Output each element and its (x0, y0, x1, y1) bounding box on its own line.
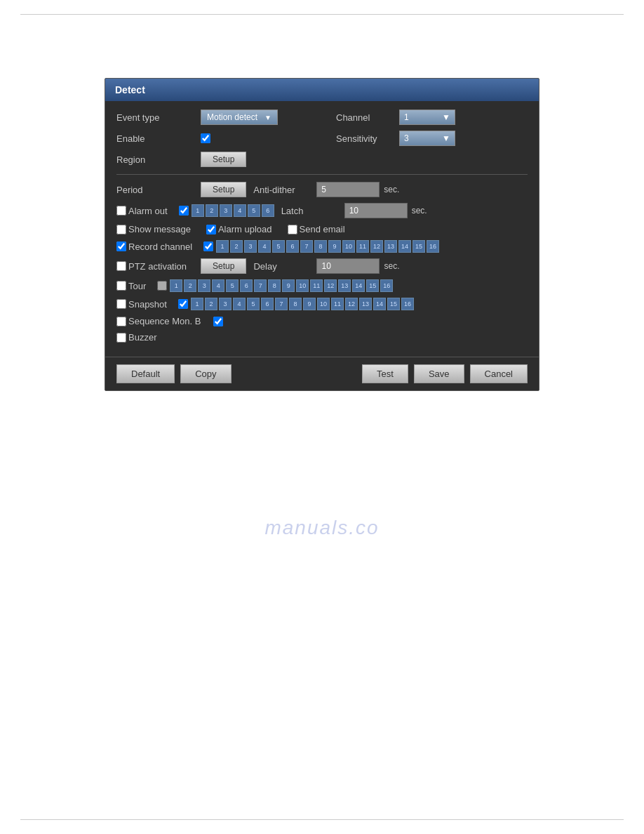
period-label: Period (116, 185, 201, 195)
delay-input[interactable] (316, 258, 380, 274)
enable-row: Enable Sensitivity 3 ▼ (116, 131, 528, 146)
ptz-checkbox[interactable] (116, 261, 126, 271)
channel-box[interactable]: 3 (244, 240, 257, 253)
snapshot-checkbox[interactable] (116, 299, 126, 309)
channel-box[interactable]: 3 (198, 279, 210, 292)
channel-box[interactable]: 8 (289, 298, 302, 310)
channel-box[interactable]: 13 (384, 240, 397, 253)
tour-channel-grid: 12345678910111213141516 (170, 279, 393, 292)
sequence-extra-checkbox[interactable] (213, 317, 223, 326)
channel-box[interactable]: 2 (184, 279, 196, 292)
save-btn[interactable]: Save (414, 364, 464, 383)
channel-box[interactable]: 11 (356, 240, 369, 253)
channel-box[interactable]: 7 (254, 279, 267, 292)
channel-box[interactable]: 9 (328, 240, 341, 253)
alarm-out-checkbox[interactable] (116, 206, 126, 216)
copy-btn[interactable]: Copy (180, 364, 231, 383)
sequence-label: Sequence Mon. B (128, 316, 201, 326)
test-btn[interactable]: Test (362, 364, 408, 383)
channel-box[interactable]: 11 (310, 279, 323, 292)
channel-box[interactable]: 7 (300, 240, 313, 253)
channel-box[interactable]: 14 (373, 298, 386, 310)
tour-ch-checkbox[interactable] (157, 281, 167, 291)
buzzer-checkbox[interactable] (116, 333, 126, 343)
cancel-btn[interactable]: Cancel (470, 364, 528, 383)
record-channel-checkbox[interactable] (116, 241, 126, 251)
channel-box[interactable]: 7 (275, 298, 288, 310)
channel-box[interactable]: 5 (248, 204, 260, 217)
channel-box[interactable]: 6 (286, 240, 299, 253)
default-btn[interactable]: Default (116, 364, 175, 383)
channel-box[interactable]: 4 (258, 240, 271, 253)
channel-box[interactable]: 8 (268, 279, 281, 292)
event-type-dropdown[interactable]: Motion detect ▼ (201, 110, 278, 125)
channel-box[interactable]: 5 (247, 298, 260, 310)
channel-box[interactable]: 8 (314, 240, 327, 253)
channel-box[interactable]: 3 (220, 204, 232, 217)
ptz-setup-btn[interactable]: Setup (201, 258, 246, 274)
channel-box[interactable]: 6 (240, 279, 253, 292)
channel-box[interactable]: 10 (342, 240, 355, 253)
show-message-checkbox[interactable] (116, 225, 126, 234)
channel-box[interactable]: 6 (261, 298, 274, 310)
channel-box[interactable]: 1 (170, 279, 182, 292)
channel-box[interactable]: 16 (401, 298, 414, 310)
channel-box[interactable]: 2 (206, 204, 218, 217)
channel-box[interactable]: 12 (345, 298, 358, 310)
channel-box[interactable]: 9 (282, 279, 295, 292)
region-setup-btn[interactable]: Setup (201, 152, 246, 167)
channel-dropdown[interactable]: 1 ▼ (399, 110, 455, 125)
latch-input[interactable] (344, 203, 408, 218)
sensitivity-dropdown[interactable]: 3 ▼ (399, 131, 455, 146)
channel-box[interactable]: 4 (233, 298, 246, 310)
ptz-item: PTZ activation (116, 261, 187, 272)
channel-box[interactable]: 11 (331, 298, 344, 310)
sensitivity-label: Sensitivity (336, 133, 399, 144)
alarm-upload-item: Alarm upload (206, 224, 272, 234)
tour-checkbox[interactable] (116, 281, 126, 291)
channel-box[interactable]: 15 (412, 240, 425, 253)
channel-box[interactable]: 2 (205, 298, 217, 310)
channel-box[interactable]: 1 (192, 204, 204, 217)
channel-box[interactable]: 5 (272, 240, 285, 253)
channel-box[interactable]: 2 (230, 240, 243, 253)
anti-dither-input[interactable] (316, 182, 380, 197)
channel-box[interactable]: 1 (216, 240, 229, 253)
enable-checkbox[interactable] (201, 133, 210, 143)
alarm-upload-checkbox[interactable] (206, 225, 216, 234)
channel-box[interactable]: 13 (338, 279, 351, 292)
channel-box[interactable]: 5 (226, 279, 239, 292)
channel-box[interactable]: 12 (370, 240, 383, 253)
channel-box[interactable]: 14 (398, 240, 411, 253)
channel-box[interactable]: 15 (366, 279, 379, 292)
channel-box[interactable]: 9 (303, 298, 316, 310)
channel-box[interactable]: 6 (262, 204, 274, 217)
alarm-out-label: Alarm out (128, 206, 168, 216)
channel-box[interactable]: 14 (352, 279, 365, 292)
channel-box[interactable]: 16 (380, 279, 393, 292)
channel-box[interactable]: 13 (359, 298, 372, 310)
period-setup-btn[interactable]: Setup (201, 182, 246, 197)
dialog-wrapper: Detect Event type Motion detect ▼ Channe… (0, 22, 644, 419)
channel-box[interactable]: 15 (387, 298, 400, 310)
channel-box[interactable]: 3 (219, 298, 232, 310)
show-message-label: Show message (128, 224, 191, 234)
snapshot-ch-checkbox[interactable] (178, 299, 188, 309)
channel-box[interactable]: 1 (191, 298, 203, 310)
alarm-out-ch-checkbox[interactable] (179, 206, 189, 216)
dialog-body: Event type Motion detect ▼ Channel 1 ▼ (105, 101, 539, 357)
channel-box[interactable]: 10 (317, 298, 330, 310)
channel-box[interactable]: 12 (324, 279, 337, 292)
channel-box[interactable]: 4 (212, 279, 224, 292)
record-channel-row: Record channel 12345678910111213141516 (116, 240, 528, 253)
send-email-checkbox[interactable] (288, 225, 297, 234)
channel-box[interactable]: 10 (296, 279, 309, 292)
channel-box[interactable]: 4 (234, 204, 246, 217)
event-type-row: Event type Motion detect ▼ Channel 1 ▼ (116, 110, 528, 125)
dropdown-arrow: ▼ (264, 114, 271, 121)
record-ch-checkbox[interactable] (203, 241, 213, 251)
channel-box[interactable]: 16 (427, 240, 439, 253)
snapshot-label: Snapshot (128, 299, 167, 310)
sequence-checkbox[interactable] (116, 317, 126, 326)
dialog-bottom-buttons: Default Copy Test Save Cancel (105, 357, 539, 390)
